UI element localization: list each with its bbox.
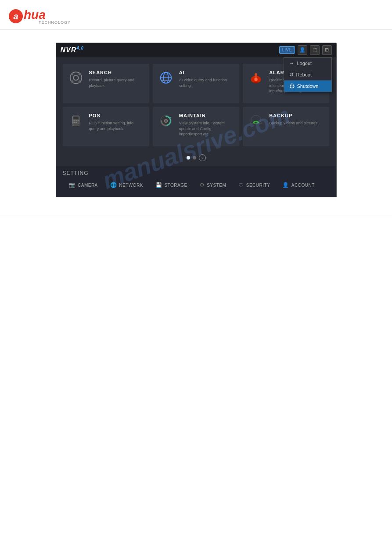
pos-card[interactable]: POS POS function setting, info query and… (63, 107, 149, 146)
maintain-title: MAINTAIN (179, 113, 234, 118)
logout-icon: → (289, 60, 295, 66)
svg-rect-14 (254, 82, 258, 83)
nvr-topbar: NVR4.0 LIVE 👤 ⬚ ⊞ (56, 43, 336, 57)
shutdown-item[interactable]: ⏻ Shutdown (284, 80, 331, 92)
nvr-logo: NVR4.0 (61, 46, 84, 54)
account-label: ACCOUNT (291, 183, 315, 188)
shutdown-label: Shutdown (297, 83, 319, 89)
svg-rect-18 (73, 120, 75, 121)
ai-title: AI (179, 70, 234, 75)
maintain-card-text: MAINTAIN View System info, System update… (179, 113, 234, 137)
storage-label: STORAGE (164, 183, 187, 188)
topbar-right: LIVE 👤 ⬚ ⊞ (279, 45, 332, 55)
svg-rect-17 (73, 117, 78, 120)
security-icon: 🛡 (238, 182, 244, 188)
card-grid-row2: POS POS function setting, info query and… (63, 107, 330, 146)
logout-label: Logout (297, 61, 312, 66)
svg-point-3 (78, 73, 81, 76)
ai-card-text: AI AI video query and function setting. (179, 70, 234, 88)
pos-card-icon (68, 113, 84, 129)
setting-storage[interactable]: 💾 STORAGE (149, 180, 194, 190)
ai-desc: AI video query and function setting. (179, 77, 234, 88)
svg-point-15 (254, 78, 258, 81)
svg-rect-19 (76, 120, 77, 121)
setting-account[interactable]: 👤 ACCOUNT (276, 180, 320, 190)
live-button[interactable]: LIVE (279, 46, 295, 54)
dahua-logo: a hua TECHNOLOGY (9, 8, 71, 25)
svg-rect-20 (77, 120, 79, 121)
pos-desc: POS function setting, info query and pla… (89, 120, 144, 131)
svg-point-2 (71, 73, 73, 76)
pagination-dot-2[interactable] (193, 156, 196, 160)
security-label: SECURITY (246, 183, 270, 188)
account-icon: 👤 (282, 182, 289, 188)
logo-text: hua (24, 8, 46, 22)
backup-card[interactable]: BACKUP Backup videos and pictures. (243, 107, 329, 146)
search-card[interactable]: SEARCH Record, picture query and playbac… (63, 64, 149, 103)
svg-point-25 (164, 119, 168, 123)
search-desc: Record, picture query and playback. (89, 77, 144, 88)
dropdown-menu: → Logout ↺ Reboot ⏻ Shutdown (284, 57, 332, 92)
network-icon: 🌐 (110, 182, 117, 188)
page-footer (0, 215, 392, 215)
search-title: SEARCH (89, 70, 144, 75)
export-icon-button[interactable]: ⬚ (310, 45, 320, 55)
camera-icon: 📷 (69, 182, 76, 188)
user-icon-button[interactable]: 👤 (298, 45, 307, 55)
logo-sub: TECHNOLOGY (39, 20, 71, 25)
backup-desc: Backup videos and pictures. (269, 120, 319, 126)
backup-title: BACKUP (269, 113, 319, 118)
nvr-screenshot: NVR4.0 LIVE 👤 ⬚ ⊞ → Logout ↺ Reboot ⏻ Sh… (56, 43, 337, 197)
pos-card-text: POS POS function setting, info query and… (89, 113, 144, 131)
system-icon: ⚙ (200, 182, 205, 188)
pagination-dot-1[interactable] (187, 156, 190, 160)
search-card-icon (68, 70, 84, 86)
camera-label: CAMERA (78, 183, 98, 188)
alarm-card-icon (248, 70, 264, 86)
svg-point-13 (255, 73, 257, 76)
search-card-text: SEARCH Record, picture query and playbac… (89, 70, 144, 88)
svg-point-4 (71, 80, 73, 83)
svg-point-5 (78, 80, 81, 83)
reboot-label: Reboot (296, 72, 312, 77)
reboot-icon: ↺ (289, 72, 294, 78)
setting-security[interactable]: 🛡 SECURITY (232, 180, 276, 190)
nvr-version: 4.0 (76, 46, 84, 51)
svg-rect-23 (72, 124, 79, 126)
pagination-next[interactable]: › (199, 154, 206, 161)
maintain-card[interactable]: MAINTAIN View System info, System update… (153, 107, 239, 146)
logo-a-icon: a (9, 9, 23, 23)
maintain-card-icon (158, 113, 174, 129)
network-label: NETWORK (119, 183, 143, 188)
shutdown-icon: ⏻ (289, 83, 295, 89)
storage-icon: 💾 (155, 182, 162, 188)
svg-rect-22 (76, 122, 77, 123)
pos-title: POS (89, 113, 144, 118)
setting-network[interactable]: 🌐 NETWORK (104, 180, 149, 190)
setting-system[interactable]: ⚙ SYSTEM (194, 180, 233, 190)
page-header: a hua TECHNOLOGY (0, 0, 392, 29)
reboot-item[interactable]: ↺ Reboot (284, 69, 331, 80)
pagination: › (63, 150, 330, 166)
setting-section: SETTING 📷 CAMERA 🌐 NETWORK 💾 STORAGE ⚙ S… (56, 166, 336, 197)
grid-icon-button[interactable]: ⊞ (322, 45, 332, 55)
setting-camera[interactable]: 📷 CAMERA (63, 180, 104, 190)
setting-items: 📷 CAMERA 🌐 NETWORK 💾 STORAGE ⚙ SYSTEM 🛡 … (63, 180, 330, 190)
logout-item[interactable]: → Logout (284, 58, 331, 69)
ai-card[interactable]: AI AI video query and function setting. (153, 64, 239, 103)
maintain-desc: View System info, System update and Conf… (179, 120, 234, 137)
system-label: SYSTEM (207, 183, 226, 188)
backup-card-icon (248, 113, 264, 129)
setting-title: SETTING (63, 170, 330, 176)
svg-point-1 (73, 75, 78, 80)
svg-rect-21 (73, 122, 75, 123)
ai-card-icon (158, 70, 174, 86)
backup-card-text: BACKUP Backup videos and pictures. (269, 113, 319, 126)
